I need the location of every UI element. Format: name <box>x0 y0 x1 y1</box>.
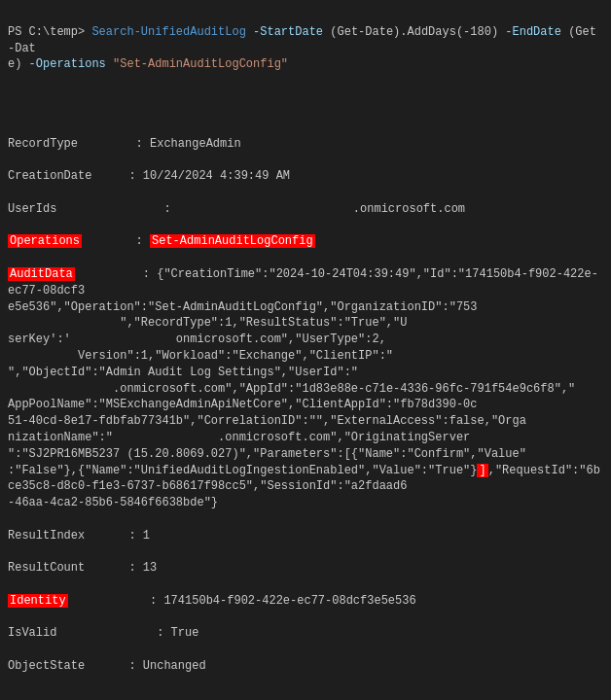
operations-value: "Set-AdminAuditLogConfig" <box>113 57 288 71</box>
ps-prompt: PS C:\temp> <box>8 25 91 39</box>
prompt-line: PS C:\temp> Search-UnifiedAuditLog -Star… <box>8 25 596 72</box>
cmd-continued: e) <box>8 57 29 71</box>
record1-block: RecordType : ExchangeAdmin CreationDate … <box>8 120 603 691</box>
field-isvalid-1: IsValid : True <box>8 625 603 642</box>
auditdata-label-1: AuditData <box>8 267 75 281</box>
field-resultcount-1: ResultCount : 13 <box>8 560 603 577</box>
field-auditdata-1: AuditData : {"CreationTime":"2024-10-24T… <box>8 266 603 511</box>
operations-label-1: Operations <box>8 234 82 248</box>
field-operations-1: Operations : Set-AdminAuditLogConfig <box>8 233 603 250</box>
field-identity-1: Identity : 174150b4-f902-422e-ec77-08dcf… <box>8 593 603 610</box>
auditdata-val-1: {"CreationTime":"2024-10-24T04:39:49","I… <box>8 267 600 509</box>
startdate-value: (Get-Date).AddDays(-180) <box>330 25 498 39</box>
param-enddate: -EndDate <box>505 25 561 39</box>
param-operations: -Operations <box>29 57 106 71</box>
operations-val-1: Set-AdminAuditLogConfig <box>150 234 315 248</box>
closing-bracket-1: ] <box>477 464 487 477</box>
field-userids-1: UserIds : .onmicrosoft.com <box>8 201 603 218</box>
field-creationdate-1: CreationDate : 10/24/2024 4:39:49 AM <box>8 168 603 185</box>
command-name: Search-UnifiedAuditLog <box>91 25 245 39</box>
param-startdate: -StartDate <box>253 25 323 39</box>
field-resultindex-1: ResultIndex : 1 <box>8 528 603 544</box>
field-objectstate-1: ObjectState : Unchanged <box>8 658 603 675</box>
terminal-output: PS C:\temp> Search-UnifiedAuditLog -Star… <box>8 8 603 700</box>
field-recordtype-1: RecordType : ExchangeAdmin <box>8 136 603 153</box>
identity-label-1: Identity <box>8 594 68 608</box>
